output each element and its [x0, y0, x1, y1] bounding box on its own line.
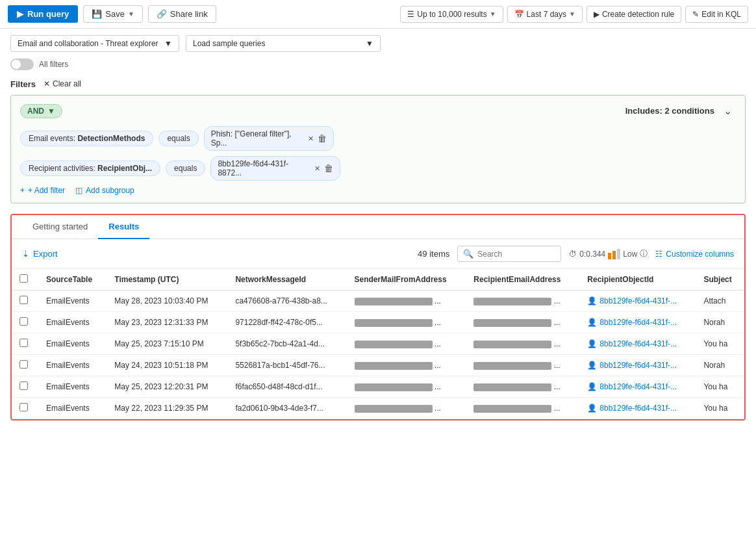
toggle-knob — [12, 60, 21, 69]
row-recipient-3: ... — [466, 355, 579, 376]
share-link-button[interactable]: 🔗 Share link — [148, 5, 216, 23]
tab-results[interactable]: Results — [98, 215, 149, 239]
row-subject-1: Norah — [696, 312, 744, 333]
filter-value-2[interactable]: 8bb129fe-f6d4-431f-8872... ✕ 🗑 — [210, 156, 340, 181]
and-operator-badge[interactable]: AND ▼ — [20, 104, 62, 118]
row-recipient-obj-2: 👤 8bb129fe-f6d4-431f-... — [579, 333, 696, 355]
filter-field-2[interactable]: Recipient activities: RecipientObj... — [20, 161, 160, 176]
results-toolbar: ⇣ Export 49 items 🔍 ⏱ 0:0.344 Low ⓘ — [12, 239, 744, 269]
delete-condition-1-icon[interactable]: 🗑 — [318, 133, 327, 144]
row-select-2[interactable] — [19, 339, 28, 347]
table-row: EmailEvents May 22, 2023 11:29:35 PM fa2… — [12, 398, 744, 419]
sample-queries-selector[interactable]: Load sample queries ▼ — [186, 35, 381, 52]
row-checkbox-5[interactable] — [12, 398, 38, 419]
person-icon: 👤 — [587, 318, 597, 327]
row-select-1[interactable] — [19, 317, 28, 326]
results-table: SourceTable Timestamp (UTC) NetworkMessa… — [12, 269, 744, 419]
remove-value-2-icon[interactable]: ✕ — [314, 164, 320, 173]
row-source-1: EmailEvents — [38, 312, 107, 333]
person-icon: 👤 — [587, 361, 597, 370]
calendar-icon: 📅 — [514, 10, 524, 19]
row-select-3[interactable] — [19, 360, 28, 369]
row-source-2: EmailEvents — [38, 333, 107, 355]
row-timestamp-0: May 28, 2023 10:03:40 PM — [107, 291, 227, 312]
row-checkbox-2[interactable] — [12, 333, 38, 355]
collapse-group-button[interactable]: ⌄ — [720, 103, 736, 118]
filter-field-1[interactable]: Email events: DetectionMethods — [20, 131, 153, 146]
remove-value-1-icon[interactable]: ✕ — [308, 135, 314, 143]
filter-group: AND ▼ Includes: 2 conditions ⌄ Email eve… — [10, 95, 746, 203]
recipient-obj-link-0[interactable]: 8bb129fe-f6d4-431f-... — [599, 296, 677, 305]
query-filter-row: Email and collaboration - Threat explore… — [10, 35, 746, 52]
recipient-obj-link-4[interactable]: 8bb129fe-f6d4-431f-... — [599, 382, 677, 391]
row-sender-5: ... — [347, 398, 466, 419]
row-recipient-obj-3: 👤 8bb129fe-f6d4-431f-... — [579, 355, 696, 376]
table-row: EmailEvents May 25, 2023 12:20:31 PM f6f… — [12, 376, 744, 398]
row-recipient-obj-4: 👤 8bb129fe-f6d4-431f-... — [579, 376, 696, 398]
source-chevron-icon: ▼ — [164, 39, 172, 48]
customize-columns-button[interactable]: ☷ Customize columns — [655, 250, 734, 259]
source-selector[interactable]: Email and collaboration - Threat explore… — [10, 35, 179, 52]
row-select-0[interactable] — [19, 296, 28, 304]
add-filter-button[interactable]: + + Add filter — [20, 186, 65, 195]
row-checkbox-0[interactable] — [12, 291, 38, 312]
row-network-id-3[interactable]: 5526817a-bcb1-45df-76... — [227, 355, 346, 376]
save-button[interactable]: 💾 Save ▼ — [83, 5, 143, 23]
results-limit-selector[interactable]: ☰ Up to 10,000 results ▼ — [400, 6, 503, 23]
row-network-id-1[interactable]: 971228df-ff42-478c-0f5... — [227, 312, 346, 333]
row-network-id-4[interactable]: f6fac650-d48f-48cd-d1f... — [227, 376, 346, 398]
row-subject-5: You ha — [696, 398, 744, 419]
person-icon: 👤 — [587, 339, 597, 348]
row-checkbox-4[interactable] — [12, 376, 38, 398]
search-icon: 🔍 — [463, 249, 473, 259]
search-input[interactable] — [477, 250, 555, 259]
clear-icon: ✕ — [44, 79, 50, 88]
filter-group-header: AND ▼ Includes: 2 conditions ⌄ — [20, 103, 736, 118]
col-source-table: SourceTable — [38, 269, 107, 291]
recipient-obj-link-2[interactable]: 8bb129fe-f6d4-431f-... — [599, 339, 677, 348]
recipient-obj-link-3[interactable]: 8bb129fe-f6d4-431f-... — [599, 361, 677, 370]
timer-icon: ⏱ — [569, 250, 577, 259]
row-network-id-5[interactable]: fa2d0610-9b43-4de3-f7... — [227, 398, 346, 419]
select-all-checkbox[interactable] — [19, 274, 28, 283]
table-row: EmailEvents May 23, 2023 12:31:33 PM 971… — [12, 312, 744, 333]
filter-operator-1: equals — [158, 131, 198, 146]
row-subject-2: You ha — [696, 333, 744, 355]
row-sender-3: ... — [347, 355, 466, 376]
select-all-header[interactable] — [12, 269, 38, 291]
row-network-id-2[interactable]: 5f3b65c2-7bcb-42a1-4d... — [227, 333, 346, 355]
add-subgroup-button[interactable]: ◫ Add subgroup — [75, 186, 134, 195]
export-button[interactable]: ⇣ Export — [22, 249, 58, 259]
edit-icon: ✎ — [692, 10, 699, 19]
run-query-button[interactable]: ▶ Run query — [8, 5, 78, 23]
results-section: Getting started Results ⇣ Export 49 item… — [10, 214, 746, 421]
row-checkbox-3[interactable] — [12, 355, 38, 376]
info-icon: ⓘ — [640, 248, 648, 259]
create-detection-rule-button[interactable]: ▶ Create detection rule — [586, 6, 681, 23]
row-sender-0: ... — [347, 291, 466, 312]
perf-bars — [608, 249, 620, 259]
row-subject-0: Attach — [696, 291, 744, 312]
search-box[interactable]: 🔍 — [457, 246, 561, 262]
toolbar-right: ☰ Up to 10,000 results ▼ 📅 Last 7 days ▼… — [400, 6, 748, 23]
recipient-obj-link-1[interactable]: 8bb129fe-f6d4-431f-... — [599, 318, 677, 327]
filter-value-1[interactable]: Phish: ["General filter"], Sp... ✕ 🗑 — [204, 126, 334, 151]
tab-getting-started[interactable]: Getting started — [22, 215, 98, 239]
recipient-obj-link-5[interactable]: 8bb129fe-f6d4-431f-... — [599, 404, 677, 413]
add-icon: + — [20, 186, 25, 195]
row-sender-2: ... — [347, 333, 466, 355]
row-checkbox-1[interactable] — [12, 312, 38, 333]
row-network-id-0[interactable]: ca476608-a776-438b-a8... — [227, 291, 346, 312]
row-timestamp-3: May 24, 2023 10:51:18 PM — [107, 355, 227, 376]
row-subject-3: Norah — [696, 355, 744, 376]
all-filters-toggle[interactable] — [10, 58, 34, 70]
edit-kql-button[interactable]: ✎ Edit in KQL — [685, 6, 748, 23]
delete-condition-2-icon[interactable]: 🗑 — [324, 163, 333, 174]
clear-all-button[interactable]: ✕ Clear all — [41, 78, 84, 90]
row-source-3: EmailEvents — [38, 355, 107, 376]
row-select-4[interactable] — [19, 382, 28, 390]
time-range-selector[interactable]: 📅 Last 7 days ▼ — [507, 6, 583, 23]
col-timestamp: Timestamp (UTC) — [107, 269, 227, 291]
row-select-5[interactable] — [19, 403, 28, 411]
row-subject-4: You ha — [696, 376, 744, 398]
